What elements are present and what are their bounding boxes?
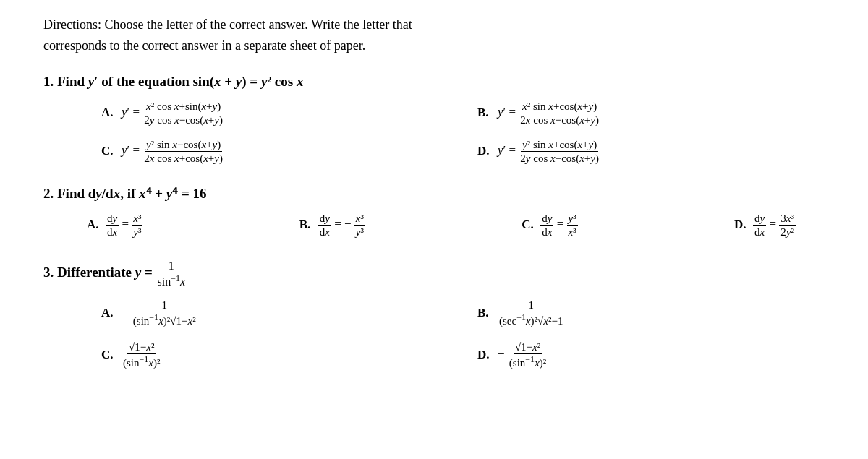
- choice-2C: C. dy dx = y³ x³: [522, 212, 577, 239]
- question-3-choices: A. − 1 (sin−1x)²√1−x² B. 1 (sec−1x)²√x²−…: [101, 299, 825, 369]
- question-3: 3. Differentiate y = 1 sin−1x A. − 1 (si…: [43, 259, 825, 370]
- choice-3B-text: 1 (sec−1x)²√x²−1: [498, 299, 564, 327]
- choice-3B: B. 1 (sec−1x)²√x²−1: [477, 299, 825, 327]
- choice-3A-text: − 1 (sin−1x)²√1−x²: [122, 299, 197, 327]
- choice-1C-text: y′ = y² sin x−cos(x+y) 2x cos x+cos(x+y): [122, 138, 224, 165]
- question-1-title: 1. Find y′ of the equation sin(x + y) = …: [43, 74, 825, 90]
- directions-text: Directions: Choose the letter of the cor…: [43, 14, 825, 56]
- choice-1D: D. y′ = y² sin x+cos(x+y) 2y cos x−cos(x…: [477, 138, 825, 165]
- choice-2B-label: B.: [299, 218, 314, 232]
- directions-block: Directions: Choose the letter of the cor…: [43, 14, 825, 56]
- choice-1A: A. y′ = x² cos x+sin(x+y) 2y cos x−cos(x…: [101, 100, 448, 126]
- choice-3A-label: A.: [101, 306, 116, 320]
- choice-1B: B. y′ = x² sin x+cos(x+y) 2x cos x−cos(x…: [477, 100, 825, 126]
- choice-3C: C. √1−x² (sin−1x)²: [101, 340, 448, 369]
- choice-1C-label: C.: [101, 144, 116, 158]
- choice-2C-text: dy dx = y³ x³: [540, 212, 577, 239]
- choice-3C-text: √1−x² (sin−1x)²: [122, 340, 161, 369]
- choice-1B-text: y′ = x² sin x+cos(x+y) 2x cos x−cos(x+y): [498, 100, 600, 126]
- choice-3D-text: − √1−x² (sin−1x)²: [498, 340, 548, 369]
- choice-3C-label: C.: [101, 348, 116, 362]
- choice-2A: A. dy dx = x³ y³: [87, 212, 142, 239]
- choice-2D: D. dy dx = 3x³ 2y²: [734, 212, 796, 239]
- choice-1D-text: y′ = y² sin x+cos(x+y) 2y cos x−cos(x+y): [498, 138, 600, 165]
- choice-3B-label: B.: [477, 306, 492, 320]
- choice-3A: A. − 1 (sin−1x)²√1−x²: [101, 299, 448, 327]
- choice-1A-label: A.: [101, 106, 116, 120]
- choice-2D-label: D.: [734, 218, 749, 232]
- choice-1C: C. y′ = y² sin x−cos(x+y) 2x cos x+cos(x…: [101, 138, 448, 165]
- choice-2A-label: A.: [87, 218, 101, 232]
- choice-2A-text: dy dx = x³ y³: [106, 212, 142, 239]
- question-3-title: 3. Differentiate y = 1 sin−1x: [43, 259, 825, 289]
- choice-2C-label: C.: [522, 218, 536, 232]
- question-1-choices: A. y′ = x² cos x+sin(x+y) 2y cos x−cos(x…: [101, 100, 825, 165]
- question-2-choices: A. dy dx = x³ y³ B. dy dx =: [87, 212, 796, 239]
- question-2: 2. Find dy/dx, if x⁴ + y⁴ = 16 A. dy dx …: [43, 185, 825, 239]
- choice-3D: D. − √1−x² (sin−1x)²: [477, 340, 825, 369]
- question-2-title: 2. Find dy/dx, if x⁴ + y⁴ = 16: [43, 185, 825, 202]
- question-1: 1. Find y′ of the equation sin(x + y) = …: [43, 74, 825, 165]
- choice-3D-label: D.: [477, 348, 492, 362]
- choice-2B-text: dy dx = − x³ y³: [318, 212, 365, 239]
- choice-1A-text: y′ = x² cos x+sin(x+y) 2y cos x−cos(x+y): [122, 100, 224, 126]
- choice-1D-label: D.: [477, 144, 492, 158]
- choice-2B: B. dy dx = − x³ y³: [299, 212, 365, 239]
- choice-2D-text: dy dx = 3x³ 2y²: [753, 212, 796, 239]
- choice-1B-label: B.: [477, 106, 492, 120]
